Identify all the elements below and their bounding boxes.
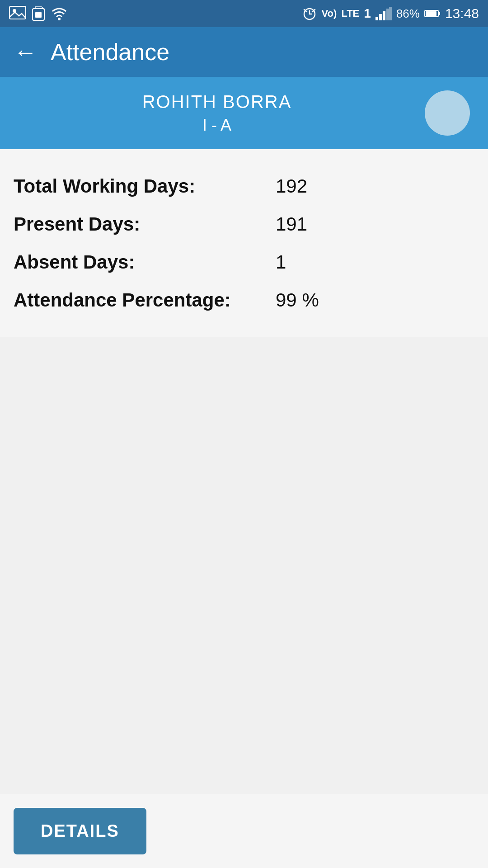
svg-rect-8 <box>383 11 385 20</box>
sim-number-icon: 1 <box>364 6 371 21</box>
svg-rect-3 <box>35 12 42 18</box>
bottom-bar: DETAILS <box>0 794 488 868</box>
svg-rect-6 <box>375 17 378 20</box>
status-bar: Vo) LTE 1 86% 13:48 <box>0 0 488 27</box>
total-working-days-row: Total Working Days: 192 <box>14 167 474 205</box>
student-info: ROHITH BORRA I - A <box>18 92 416 135</box>
image-icon <box>9 6 26 21</box>
student-header: ROHITH BORRA I - A <box>0 77 488 149</box>
details-button[interactable]: DETAILS <box>14 808 146 854</box>
present-days-value: 191 <box>276 213 307 235</box>
student-class: I - A <box>202 116 231 135</box>
present-days-row: Present Days: 191 <box>14 205 474 243</box>
volte-icon: Vo) <box>322 8 337 19</box>
app-bar: ← Attendance <box>0 27 488 77</box>
svg-rect-9 <box>386 9 389 20</box>
signal-bars-icon <box>375 7 392 20</box>
alarm-icon <box>302 6 317 21</box>
total-working-days-value: 192 <box>276 175 307 197</box>
absent-days-value: 1 <box>276 251 286 273</box>
status-bar-left-icons <box>9 6 68 21</box>
avatar <box>425 90 470 136</box>
absent-days-row: Absent Days: 1 <box>14 243 474 281</box>
svg-point-4 <box>58 18 61 20</box>
attendance-percentage-row: Attendance Percentage: 99 % <box>14 281 474 319</box>
lte-icon: LTE <box>341 8 359 19</box>
present-days-label: Present Days: <box>14 213 267 235</box>
svg-rect-12 <box>426 11 436 16</box>
status-bar-right-icons: Vo) LTE 1 86% 13:48 <box>302 6 479 21</box>
battery-icon <box>424 9 441 18</box>
time-display: 13:48 <box>445 6 479 21</box>
battery-percentage: 86% <box>396 7 420 21</box>
student-name: ROHITH BORRA <box>142 92 292 112</box>
page-title: Attendance <box>51 38 169 66</box>
svg-rect-0 <box>9 6 26 19</box>
svg-rect-10 <box>389 7 392 20</box>
absent-days-label: Absent Days: <box>14 251 267 273</box>
svg-rect-7 <box>379 14 382 20</box>
attendance-percentage-label: Attendance Percentage: <box>14 289 267 311</box>
sim-icon <box>32 6 45 21</box>
wifi-icon <box>51 7 68 20</box>
back-button[interactable]: ← <box>14 40 37 64</box>
attendance-percentage-value: 99 % <box>276 289 319 311</box>
total-working-days-label: Total Working Days: <box>14 175 267 197</box>
attendance-content: Total Working Days: 192 Present Days: 19… <box>0 149 488 337</box>
svg-rect-13 <box>438 12 440 15</box>
